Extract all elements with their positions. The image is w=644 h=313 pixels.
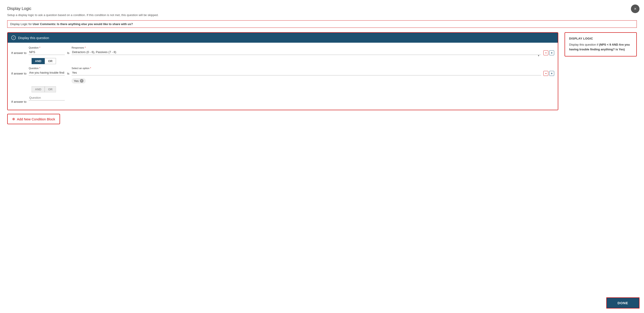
add-condition-block-button[interactable]: ⊕ Add New Condition Block xyxy=(7,114,60,124)
add-row-2-button[interactable]: + xyxy=(549,71,554,76)
add-row-1-button[interactable]: + xyxy=(549,50,554,55)
condition-block: Display this question If answer to Quest… xyxy=(7,32,558,110)
condition-block-header: Display this question xyxy=(8,33,558,43)
subtitle-text: Setup a display logic to ask a question … xyxy=(7,13,637,17)
condition-block-title: Display this question xyxy=(18,36,49,40)
is-label-2: Is xyxy=(67,67,69,75)
question-field-2: Question * xyxy=(29,67,65,75)
condition-row-2: If answer to Question * Is Select an opt… xyxy=(11,67,554,84)
check-circle-icon xyxy=(11,36,16,40)
remove-row-1-button[interactable]: − xyxy=(543,50,548,55)
question-input-2[interactable] xyxy=(29,70,65,75)
row-1-actions: − + xyxy=(543,46,554,55)
or-button-1[interactable]: OR xyxy=(45,58,56,64)
logic-for-banner: Display Logic for User Comments: Is ther… xyxy=(7,20,637,28)
question-input-3[interactable] xyxy=(29,95,65,101)
tag-label: Yes xyxy=(74,79,78,83)
if-answer-to-1: If answer to xyxy=(11,46,26,55)
page-title: Display Logic xyxy=(7,6,637,11)
logic-for-question: User Comments: Is there anything else yo… xyxy=(33,22,133,26)
question-label-2: Question * xyxy=(29,67,65,70)
row-2-actions: − + xyxy=(543,67,554,76)
add-condition-label: Add New Condition Block xyxy=(17,117,55,121)
question-field-3 xyxy=(29,95,65,101)
question-input-1[interactable] xyxy=(29,50,65,55)
left-panel: Display this question If answer to Quest… xyxy=(7,32,558,313)
right-panel: DISPLAY LOGIC Display this question if (… xyxy=(564,32,637,313)
question-label-1: Question * xyxy=(29,46,65,49)
and-or-toggle-1: AND OR xyxy=(32,58,554,64)
done-btn-wrapper: DONE xyxy=(606,297,640,308)
remove-tag-button[interactable]: × xyxy=(80,79,84,83)
question-field-1: Question * xyxy=(29,46,65,55)
tag-container: Yes × xyxy=(72,77,541,84)
and-button-1[interactable]: AND xyxy=(32,58,45,64)
responses-wrapper: Responses * Detractors (0 - 6), Passives… xyxy=(72,46,541,55)
close-button[interactable]: × xyxy=(631,5,640,13)
select-option-label: Select an option * xyxy=(72,67,541,70)
yes-tag: Yes × xyxy=(72,78,86,84)
responses-label: Responses * xyxy=(72,46,541,49)
preview-text: Display this question if (NPS < 9 AND Ar… xyxy=(569,43,632,52)
add-condition-icon: ⊕ xyxy=(12,117,15,121)
select-option-input[interactable] xyxy=(72,70,541,75)
done-button[interactable]: DONE xyxy=(606,297,640,308)
select-option-wrapper: Select an option * Yes × xyxy=(72,67,541,84)
or-button-2[interactable]: OR xyxy=(45,86,56,92)
condition-row-3: If answer to xyxy=(11,95,554,103)
condition-row-1: If answer to Question * Is Responses * xyxy=(11,46,554,55)
if-answer-to-2: If answer to xyxy=(11,67,26,75)
responses-select[interactable]: Detractors (0 - 6), Passives (7 - 8) xyxy=(72,50,541,55)
preview-title: DISPLAY LOGIC xyxy=(569,37,632,40)
is-label-1: Is xyxy=(67,46,69,55)
condition-block-body: If answer to Question * Is Responses * xyxy=(8,43,558,110)
logic-for-prefix: Display Logic for xyxy=(10,22,33,26)
responses-select-wrapper: Detractors (0 - 6), Passives (7 - 8) xyxy=(72,50,541,55)
if-answer-to-3: If answer to xyxy=(11,95,26,103)
display-logic-preview: DISPLAY LOGIC Display this question if (… xyxy=(564,32,637,57)
remove-row-2-button[interactable]: − xyxy=(543,71,548,76)
and-button-2[interactable]: AND xyxy=(32,86,45,92)
close-icon: × xyxy=(634,7,636,11)
and-or-toggle-2: AND OR xyxy=(32,86,554,92)
preview-prefix: Display this question if xyxy=(569,43,599,46)
